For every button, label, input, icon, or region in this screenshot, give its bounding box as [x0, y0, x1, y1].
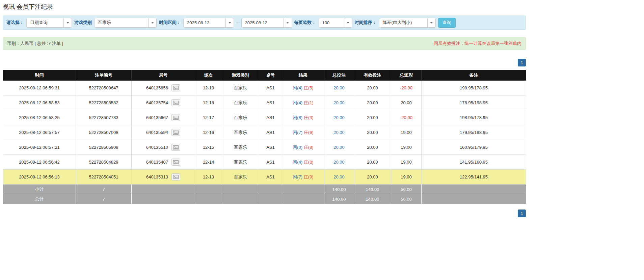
empty-cell [259, 194, 282, 204]
result-banker: 庄(9) [304, 130, 314, 135]
cell-table-number: AS1 [259, 140, 282, 155]
caret-glyph [66, 22, 69, 24]
col-header-bet-id: 注单编号 [76, 70, 132, 81]
round-replay-icon[interactable] [171, 144, 180, 151]
cell-round-number: 640135856 [146, 85, 168, 90]
result-banker: 庄(9) [304, 174, 314, 179]
cell-total-bet-wrap: 20.00 [324, 140, 354, 155]
col-header-round: 局号 [132, 70, 195, 81]
total-bet-link[interactable]: 20.00 [333, 160, 345, 165]
cell-payout: 20.00 [391, 95, 422, 110]
empty-cell [132, 194, 195, 204]
page-size-label: 每页笔数： [294, 20, 316, 26]
round-replay-icon[interactable] [171, 99, 180, 106]
summary-bar: 币别：人民币 | 总共 :7 注单 | 同局有效投注，统一计算在该局第一张注单内 [3, 37, 526, 50]
cell-session: 12-14 [195, 155, 222, 170]
empty-cell [422, 194, 526, 204]
cell-bet-id: 522728507008 [76, 125, 132, 140]
total-bet-link[interactable]: 20.00 [333, 115, 345, 120]
page-size-value: 100 [319, 18, 344, 27]
pagination-top: 1 [3, 59, 526, 66]
total-bet-link[interactable]: 20.00 [333, 85, 345, 90]
round-replay-icon[interactable] [171, 129, 180, 136]
chevron-down-icon[interactable] [344, 18, 352, 27]
table-row: 2025-08-12 06:58:53 522728508582 6401357… [3, 95, 526, 110]
cell-game-type: 百家乐 [222, 81, 259, 95]
page-size-select[interactable]: 100 [319, 18, 352, 28]
cell-note: 178.95/198.95 [422, 95, 526, 110]
query-type-value: 日期查询 [27, 18, 63, 27]
query-type-select[interactable]: 日期查询 [26, 18, 72, 28]
total-bet-link[interactable]: 20.00 [333, 145, 345, 150]
total-row: 总计 7 140.00 140.00 56.00 [3, 194, 526, 204]
cell-bet-id: 522728505908 [76, 140, 132, 155]
round-replay-icon[interactable] [171, 114, 180, 121]
subtotal-total-bet: 140.00 [324, 185, 354, 194]
cell-payout: 19.00 [391, 125, 422, 140]
chevron-down-icon[interactable] [225, 18, 234, 27]
result-player: 闲(7) [293, 174, 302, 179]
cell-note: 198.95/178.95 [422, 110, 526, 125]
cell-round-number: 640135667 [146, 115, 168, 120]
date-from-select[interactable]: 2025-08-12 [183, 18, 234, 28]
empty-cell [132, 185, 195, 194]
cell-session: 12-15 [195, 140, 222, 155]
result-banker: 庄(5) [304, 85, 314, 90]
result-player: 闲(0) [293, 145, 302, 150]
bet-records-table: 时间 注单编号 局号 场次 游戏类别 桌号 结果 总投注 有效投注 总派彩 备注… [3, 70, 526, 204]
subtotal-count: 7 [76, 185, 132, 194]
cell-valid-bet: 20.00 [354, 125, 391, 140]
cell-time: 2025-08-12 06:57:57 [3, 125, 76, 140]
caret-glyph [151, 22, 154, 24]
total-bet-link[interactable]: 20.00 [333, 100, 345, 105]
round-replay-icon[interactable] [171, 173, 180, 180]
cell-result: 闲(4) 庄(1) [282, 95, 324, 110]
chevron-down-icon[interactable] [63, 18, 72, 27]
game-type-select[interactable]: 百家乐 [94, 18, 157, 28]
sort-order-select[interactable]: 降幂(由大到小) [379, 18, 436, 28]
round-replay-icon[interactable] [171, 84, 180, 91]
search-button[interactable]: 查询 [438, 18, 456, 28]
result-player: 闲(4) [293, 85, 302, 90]
cell-result: 闲(0) 庄(8) [282, 140, 324, 155]
chevron-down-icon[interactable] [284, 18, 292, 27]
cell-valid-bet: 20.00 [354, 155, 391, 170]
cell-round: 640135856 [132, 81, 195, 95]
cell-note: 179.95/198.95 [422, 125, 526, 140]
page-1-button[interactable]: 1 [518, 209, 526, 217]
page-1-button[interactable]: 1 [518, 59, 526, 66]
chevron-down-icon[interactable] [427, 18, 435, 27]
subtotal-payout: 56.00 [391, 185, 422, 194]
cell-round: 640135407 [132, 155, 195, 170]
table-row: 2025-08-12 06:56:13 522728504051 6401353… [3, 170, 526, 185]
sort-order-value: 降幂(由大到小) [379, 18, 427, 27]
total-label: 总计 [3, 194, 76, 204]
sort-order-label: 时间排序： [355, 20, 377, 26]
cell-session: 12-13 [195, 170, 222, 185]
cell-round: 640135667 [132, 110, 195, 125]
cell-result: 闲(7) 庄(9) [282, 170, 324, 185]
cell-time: 2025-08-12 06:58:53 [3, 95, 76, 110]
date-to-select[interactable]: 2025-08-12 [241, 18, 292, 28]
cell-round-number: 640135594 [146, 130, 168, 135]
result-player: 闲(8) [293, 115, 302, 120]
result-banker: 庄(8) [304, 160, 314, 165]
total-payout: 56.00 [391, 194, 422, 204]
cell-time: 2025-08-12 06:59:31 [3, 81, 76, 95]
empty-cell [282, 185, 324, 194]
cell-round-number: 640135510 [146, 145, 168, 150]
cell-table-number: AS1 [259, 95, 282, 110]
round-replay-icon[interactable] [171, 159, 180, 166]
cell-total-bet-wrap: 20.00 [324, 110, 354, 125]
total-bet-link[interactable]: 20.00 [333, 174, 345, 179]
chevron-down-icon[interactable] [148, 18, 156, 27]
col-header-note: 备注 [422, 70, 526, 81]
total-bet-link[interactable]: 20.00 [333, 130, 345, 135]
cell-bet-id: 522728507783 [76, 110, 132, 125]
result-banker: 庄(3) [304, 115, 314, 120]
range-separator: ~ [236, 20, 239, 25]
cell-bet-id: 522728504829 [76, 155, 132, 170]
total-valid-bet: 140.00 [354, 194, 391, 204]
cell-note: 141.95/160.95 [422, 155, 526, 170]
total-total-bet: 140.00 [324, 194, 354, 204]
